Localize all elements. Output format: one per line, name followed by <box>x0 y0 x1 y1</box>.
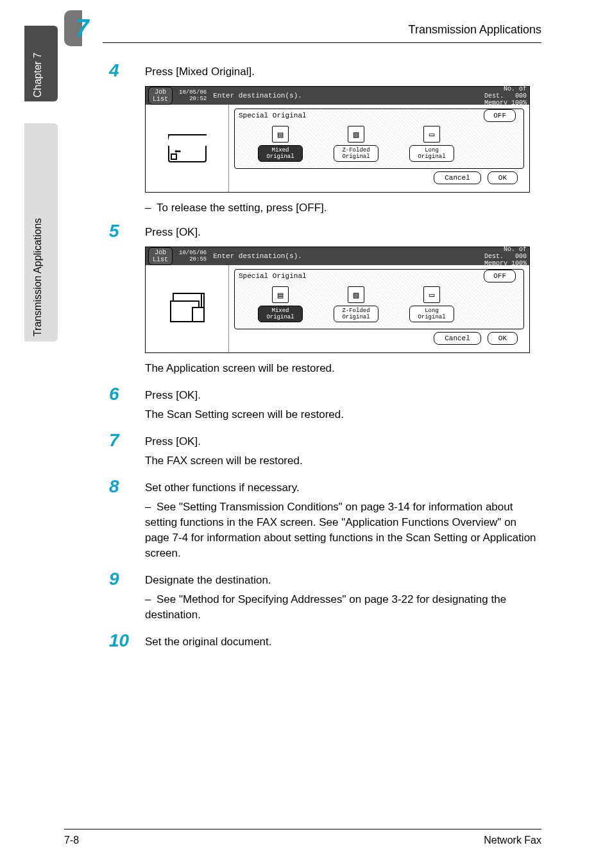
step-7-after: The FAX screen will be restored. <box>145 453 541 469</box>
lcd1-mixed-original-button[interactable]: Mixed Original <box>258 145 303 162</box>
lcd-screen-1: Job List 10/05/06 20:52 Enter destinatio… <box>145 86 530 193</box>
lcd2-time: 20:55 <box>179 256 207 263</box>
page-header: Transmission Applications <box>409 23 541 37</box>
chapter-number: 7 <box>64 10 100 46</box>
lcd2-off-button[interactable]: OFF <box>484 270 516 282</box>
step-4-sub: –To release the setting, press [OFF]. <box>145 200 541 216</box>
lcd2-cancel-button[interactable]: Cancel <box>434 332 481 345</box>
footer-rule <box>64 829 541 829</box>
lcd2-date: 10/05/06 <box>179 250 207 256</box>
lcd2-zfolded-button[interactable]: Z-Folded Original <box>334 306 378 322</box>
lcd1-zfolded-button[interactable]: Z-Folded Original <box>334 145 378 162</box>
long-original-icon: ▭ <box>423 126 440 143</box>
step-8-text: Set other functions if necessary. <box>145 478 541 496</box>
mixed-original-icon-2: ▤ <box>272 286 289 303</box>
lcd2-long-original-button[interactable]: Long Original <box>409 306 454 322</box>
step-10-text: Set the original document. <box>145 632 541 650</box>
side-tab-section-label: Transmission Applications <box>32 218 44 336</box>
step-4-number: 4 <box>109 62 145 80</box>
lcd1-cancel-button[interactable]: Cancel <box>434 171 481 184</box>
step-6-after: The Scan Setting screen will be restored… <box>145 407 541 422</box>
step-7-number: 7 <box>109 431 145 449</box>
lcd2-group-title: Special Original <box>239 272 520 280</box>
lcd1-dest-count: 000 <box>515 92 527 100</box>
lcd2-enter-dest: Enter destination(s). <box>213 252 302 260</box>
step-6-number: 6 <box>109 385 145 403</box>
footer-page-number: 7-8 <box>64 835 79 846</box>
side-tab-chapter-label: Chapter 7 <box>32 53 44 98</box>
lcd1-group-title: Special Original <box>239 112 520 119</box>
step-8-number: 8 <box>109 478 145 496</box>
step-5-number: 5 <box>109 222 145 240</box>
lcd1-date: 10/05/06 <box>179 89 207 96</box>
chapter-badge: 7 <box>64 10 100 46</box>
z-folded-icon-2: ▧ <box>348 286 364 303</box>
lcd1-ok-button[interactable]: OK <box>488 171 518 184</box>
header-rule <box>103 42 541 43</box>
step-7-text: Press [OK]. <box>145 431 541 449</box>
step-5-after: The Application screen will be restored. <box>145 361 541 376</box>
footer-title: Network Fax <box>484 835 541 846</box>
lcd2-dest-count: 000 <box>515 253 527 260</box>
step-8-sub: –See "Setting Transmission Conditions" o… <box>145 499 541 561</box>
step-9-text: Designate the destination. <box>145 570 541 588</box>
step-6-text: Press [OK]. <box>145 385 541 403</box>
step-4-text: Press [Mixed Original]. <box>145 62 541 80</box>
lcd2-ok-button[interactable]: OK <box>488 332 518 345</box>
lcd1-long-original-button[interactable]: Long Original <box>409 145 454 162</box>
long-original-icon-2: ▭ <box>423 286 440 303</box>
lcd1-enter-dest: Enter destination(s). <box>213 92 302 100</box>
mixed-original-icon: ▤ <box>272 126 289 143</box>
step-9-number: 9 <box>109 570 145 588</box>
lcd1-off-button[interactable]: OFF <box>484 109 516 122</box>
document-stack-icon <box>170 293 205 325</box>
job-list-button-2[interactable]: Job List <box>148 247 173 265</box>
lcd-screen-2: Job List 10/05/06 20:55 Enter destinatio… <box>145 247 530 353</box>
lcd2-mixed-original-button[interactable]: Mixed Original <box>258 306 303 322</box>
job-list-button[interactable]: Job List <box>148 87 173 105</box>
step-9-sub: –See "Method for Specifying Addresses" o… <box>145 592 541 623</box>
step-5-text: Press [OK]. <box>145 222 541 240</box>
step-10-number: 10 <box>109 632 145 650</box>
z-folded-icon: ▧ <box>348 126 364 143</box>
lcd1-time: 20:52 <box>179 96 207 102</box>
scanner-closed-icon: ⬅ <box>168 134 207 162</box>
